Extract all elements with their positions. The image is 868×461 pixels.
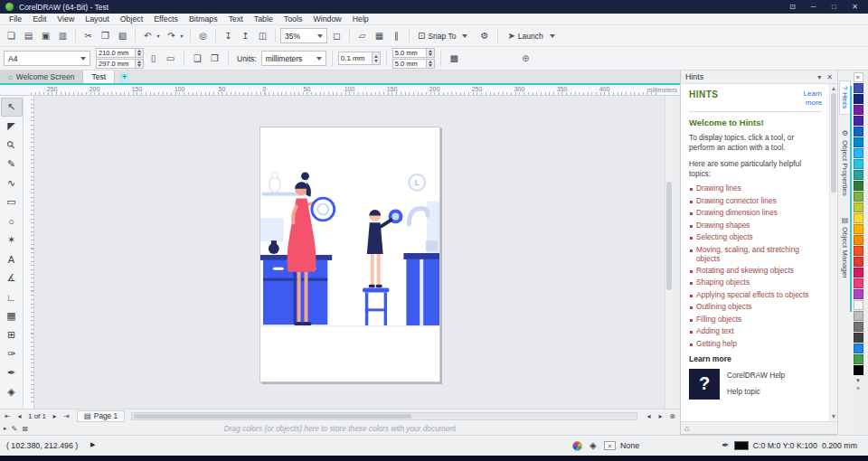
- cut-icon[interactable]: ✂: [80, 28, 96, 43]
- page-size-select[interactable]: A4: [4, 51, 90, 66]
- shape-tool[interactable]: ◤: [1, 117, 23, 136]
- zoom-corner-button[interactable]: ⊕: [667, 412, 677, 420]
- page-height-input[interactable]: [96, 59, 136, 69]
- scroll-right-button[interactable]: ▸: [656, 412, 665, 420]
- docker-tab-hints[interactable]: ? Hints: [840, 81, 850, 114]
- separator[interactable]: [75, 29, 76, 42]
- docker-menu-icon[interactable]: ▾: [817, 73, 821, 81]
- scroll-up-icon[interactable]: [832, 87, 835, 90]
- zoom-tool[interactable]: ⚲: [1, 136, 23, 155]
- tab-welcome-screen[interactable]: ⌂ Welcome Screen: [0, 71, 83, 83]
- units-select[interactable]: millimeters: [261, 51, 326, 66]
- hint-topic-link[interactable]: Outlining objects: [689, 303, 822, 312]
- scrollbar-thumb[interactable]: [831, 93, 836, 193]
- menu-item[interactable]: File: [4, 14, 27, 24]
- menu-item[interactable]: Bitmaps: [184, 14, 223, 24]
- import-icon[interactable]: ↧: [221, 28, 236, 43]
- palette-swatch[interactable]: [854, 278, 863, 288]
- separator[interactable]: [190, 29, 191, 42]
- hint-topic-link[interactable]: Filling objects: [689, 315, 822, 325]
- minimize-button[interactable]: ─: [806, 3, 821, 11]
- canvas-vertical-scrollbar[interactable]: [665, 96, 673, 409]
- snap-to-button[interactable]: ⊡ Snap To: [414, 27, 475, 44]
- palette-swatch[interactable]: [854, 192, 863, 202]
- scrollbar-thumb[interactable]: [134, 414, 411, 419]
- display-settings-icon[interactable]: ⊡: [785, 3, 800, 11]
- outline-pen-tool[interactable]: ✒: [1, 363, 23, 382]
- menu-item[interactable]: Tools: [278, 14, 308, 24]
- hint-topic-link[interactable]: Shaping objects: [689, 278, 822, 287]
- menu-item[interactable]: Table: [249, 14, 278, 24]
- export-icon[interactable]: ↥: [238, 28, 253, 43]
- undo-icon[interactable]: ↶: [140, 28, 156, 43]
- palette-swatch[interactable]: [854, 235, 863, 245]
- current-page-button[interactable]: ❑: [190, 51, 205, 66]
- previous-page-button[interactable]: ◂: [14, 412, 24, 420]
- search-content-icon[interactable]: ◎: [195, 28, 211, 43]
- canvas-horizontal-scrollbar[interactable]: [131, 412, 637, 420]
- palette-swatch[interactable]: [854, 246, 863, 256]
- mesh-fill-tool[interactable]: ⊞: [1, 325, 23, 344]
- add-button[interactable]: ⊕: [518, 51, 533, 66]
- docker-close-icon[interactable]: ✕: [826, 73, 833, 81]
- page-1-tab[interactable]: ▤ Page 1: [77, 410, 125, 422]
- help-question-icon[interactable]: ?: [689, 369, 720, 400]
- home-icon[interactable]: ⌂: [684, 424, 689, 433]
- save-icon[interactable]: ▣: [38, 28, 53, 43]
- menu-item[interactable]: Text: [223, 14, 249, 24]
- menu-item[interactable]: View: [52, 14, 80, 24]
- palette-swatch[interactable]: [854, 94, 863, 104]
- horizontal-ruler[interactable]: 25020015010050050100150200250300350400 m…: [0, 85, 680, 96]
- menu-item[interactable]: Layout: [80, 14, 114, 24]
- fill-none-swatch[interactable]: ✕: [604, 441, 616, 450]
- menu-item[interactable]: Object: [115, 14, 148, 24]
- next-page-button[interactable]: ▸: [50, 412, 60, 420]
- palette-swatch[interactable]: [854, 170, 863, 180]
- menu-item[interactable]: Help: [347, 14, 374, 24]
- publish-pdf-icon[interactable]: ◫: [255, 28, 270, 43]
- text-tool[interactable]: A: [1, 249, 23, 268]
- menu-item[interactable]: Window: [307, 14, 346, 24]
- palette-swatch[interactable]: [854, 159, 863, 169]
- new-tab-button[interactable]: +: [119, 72, 129, 82]
- polygon-tool[interactable]: ✶: [1, 230, 23, 249]
- palette-swatch[interactable]: [854, 257, 863, 267]
- separator[interactable]: [215, 29, 216, 42]
- pick-tool[interactable]: ↖: [1, 98, 23, 117]
- width-spinner[interactable]: [136, 48, 144, 58]
- launch-button[interactable]: ➤ Launch: [504, 27, 561, 44]
- redo-icon[interactable]: ↷: [164, 28, 179, 43]
- hint-topic-link[interactable]: Drawing shapes: [689, 221, 822, 230]
- close-button[interactable]: ✕: [847, 3, 863, 11]
- hint-topic-link[interactable]: Drawing lines: [689, 184, 822, 193]
- paste-icon[interactable]: ▧: [115, 28, 130, 43]
- hints-scrollbar[interactable]: [829, 84, 837, 421]
- no-color-swatch[interactable]: ✕: [854, 72, 863, 82]
- separator[interactable]: [409, 29, 410, 42]
- palette-swatch[interactable]: [854, 224, 863, 234]
- palette-swatch[interactable]: [854, 213, 863, 223]
- print-icon[interactable]: ▥: [55, 28, 71, 43]
- palette-swatch[interactable]: [854, 148, 863, 158]
- palette-swatch[interactable]: [854, 83, 863, 93]
- palette-swatch[interactable]: [854, 300, 863, 310]
- maximize-button[interactable]: □: [826, 3, 842, 11]
- hint-topic-link[interactable]: Applying special effects to objects: [689, 291, 822, 300]
- menu-item[interactable]: Edit: [27, 14, 52, 24]
- all-pages-button[interactable]: ❒: [207, 51, 222, 66]
- docker-tab-object-properties[interactable]: ⚙ Object Properties: [840, 125, 850, 201]
- learn-more-link[interactable]: Learn more: [791, 89, 822, 107]
- hint-topic-link[interactable]: Drawing connector lines: [689, 197, 822, 206]
- palette-swatch[interactable]: [854, 311, 863, 321]
- page-width-input[interactable]: [96, 48, 136, 58]
- document-palette-icon[interactable]: ◈: [590, 440, 597, 450]
- fullscreen-preview-icon[interactable]: ◻: [329, 28, 344, 43]
- connector-tool[interactable]: ∟: [1, 287, 23, 306]
- scrollbar-thumb[interactable]: [666, 182, 672, 290]
- show-guidelines-icon[interactable]: ∥: [389, 28, 404, 43]
- palette-swatch[interactable]: [854, 289, 863, 299]
- palette-flyout-icon[interactable]: »: [856, 384, 860, 392]
- hint-topic-link[interactable]: Getting help: [689, 340, 822, 349]
- treat-as-filled-button[interactable]: ▩: [447, 51, 462, 66]
- show-rulers-icon[interactable]: ▱: [354, 28, 370, 43]
